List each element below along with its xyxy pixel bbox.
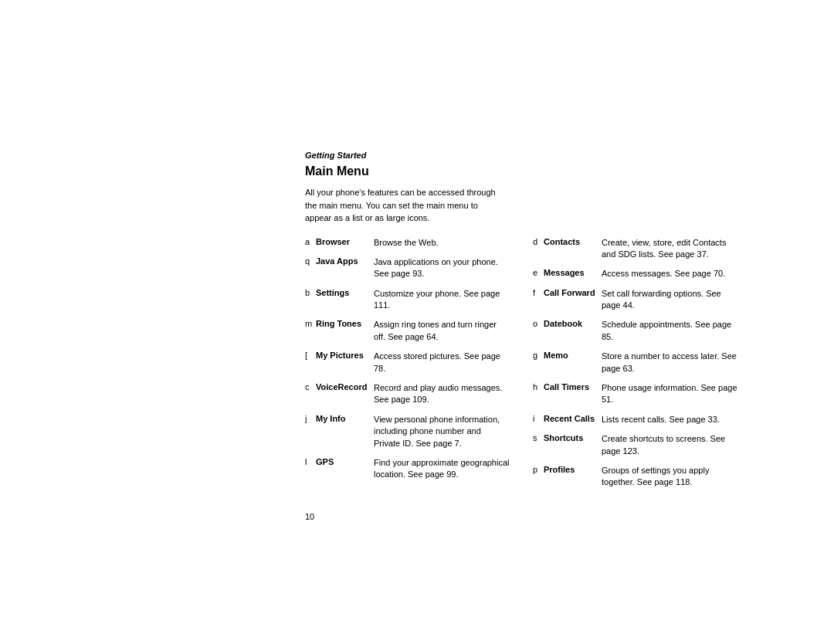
- item-name: Recent Calls: [544, 414, 602, 423]
- item-desc: Phone usage information. See page 51.: [602, 382, 737, 406]
- item-name: My Pictures: [316, 351, 374, 360]
- list-item: [ My Pictures Access stored pictures. Se…: [305, 351, 510, 375]
- list-item: q Java Apps Java applications on your ph…: [305, 256, 510, 280]
- page-title: Main Menu: [305, 164, 737, 178]
- item-name: Call Timers: [544, 382, 602, 391]
- item-letter: p: [533, 465, 544, 474]
- section-header: Getting Started: [305, 151, 737, 160]
- item-desc: Groups of settings you apply together. S…: [602, 465, 737, 489]
- item-desc: Access stored pictures. See page 78.: [374, 351, 510, 375]
- item-letter: a: [305, 237, 316, 246]
- item-letter: e: [533, 268, 544, 277]
- list-item: g Memo Store a number to access later. S…: [533, 351, 737, 375]
- list-item: p Profiles Groups of settings you apply …: [533, 465, 737, 489]
- page-number: 10: [305, 512, 737, 521]
- item-desc: Java applications on your phone. See pag…: [374, 256, 510, 280]
- page-container: Getting Started Main Menu All your phone…: [305, 151, 737, 521]
- item-name: Profiles: [544, 465, 602, 474]
- list-item: c VoiceRecord Record and play audio mess…: [305, 382, 510, 406]
- item-desc: View personal phone information, includi…: [374, 414, 510, 449]
- item-letter: d: [533, 237, 544, 246]
- item-letter: h: [533, 382, 544, 391]
- list-item: m Ring Tones Assign ring tones and turn …: [305, 319, 510, 343]
- item-name: Datebook: [544, 319, 602, 328]
- item-name: Call Forward: [544, 288, 602, 297]
- item-letter: i: [533, 414, 544, 423]
- item-desc: Set call forwarding options. See page 44…: [602, 288, 737, 312]
- item-letter: q: [305, 256, 316, 266]
- list-item: b Settings Customize your phone. See pag…: [305, 288, 510, 312]
- item-desc: Customize your phone. See page 111.: [374, 288, 510, 312]
- item-name: Java Apps: [316, 256, 374, 266]
- list-item: o Datebook Schedule appointments. See pa…: [533, 319, 737, 343]
- item-desc: Find your approximate geographical locat…: [374, 457, 510, 481]
- item-name: VoiceRecord: [316, 382, 374, 391]
- item-name: Contacts: [544, 237, 602, 246]
- item-name: My Info: [316, 414, 374, 423]
- item-letter: o: [533, 319, 544, 328]
- list-item: e Messages Access messages. See page 70.: [533, 268, 737, 280]
- item-name: Settings: [316, 288, 374, 297]
- item-desc: Create shortcuts to screens. See page 12…: [602, 433, 737, 457]
- item-letter: m: [305, 319, 316, 328]
- item-name: Memo: [544, 351, 602, 360]
- item-name: Browser: [316, 237, 374, 246]
- list-item: a Browser Browse the Web.: [305, 237, 510, 249]
- item-desc: Store a number to access later. See page…: [602, 351, 737, 375]
- item-letter: s: [533, 433, 544, 442]
- item-desc: Record and play audio messages. See page…: [374, 382, 510, 406]
- item-desc: Assign ring tones and turn ringer off. S…: [374, 319, 510, 343]
- intro-text: All your phone's features can be accesse…: [305, 186, 506, 225]
- content-columns: a Browser Browse the Web. q Java Apps Ja…: [305, 237, 737, 497]
- item-letter: l: [305, 457, 316, 466]
- item-letter: g: [533, 351, 544, 360]
- item-desc: Create, view, store, edit Contacts and S…: [602, 237, 737, 261]
- item-name: GPS: [316, 457, 374, 466]
- right-column: d Contacts Create, view, store, edit Con…: [533, 237, 737, 497]
- item-desc: Schedule appointments. See page 85.: [602, 319, 737, 343]
- item-name: Ring Tones: [316, 319, 374, 328]
- left-column: a Browser Browse the Web. q Java Apps Ja…: [305, 237, 510, 497]
- item-desc: Lists recent calls. See page 33.: [602, 414, 737, 425]
- list-item: f Call Forward Set call forwarding optio…: [533, 288, 737, 312]
- item-name: Messages: [544, 268, 602, 277]
- list-item: s Shortcuts Create shortcuts to screens.…: [533, 433, 737, 457]
- item-letter: c: [305, 382, 316, 391]
- list-item: i Recent Calls Lists recent calls. See p…: [533, 414, 737, 425]
- item-letter: f: [533, 288, 544, 297]
- list-item: h Call Timers Phone usage information. S…: [533, 382, 737, 406]
- list-item: l GPS Find your approximate geographical…: [305, 457, 510, 481]
- list-item: d Contacts Create, view, store, edit Con…: [533, 237, 737, 261]
- item-letter: b: [305, 288, 316, 297]
- item-letter: j: [305, 414, 316, 423]
- item-letter: [: [305, 351, 316, 360]
- list-item: j My Info View personal phone informatio…: [305, 414, 510, 449]
- item-name: Shortcuts: [544, 433, 602, 442]
- item-desc: Browse the Web.: [374, 237, 510, 249]
- item-desc: Access messages. See page 70.: [602, 268, 737, 280]
